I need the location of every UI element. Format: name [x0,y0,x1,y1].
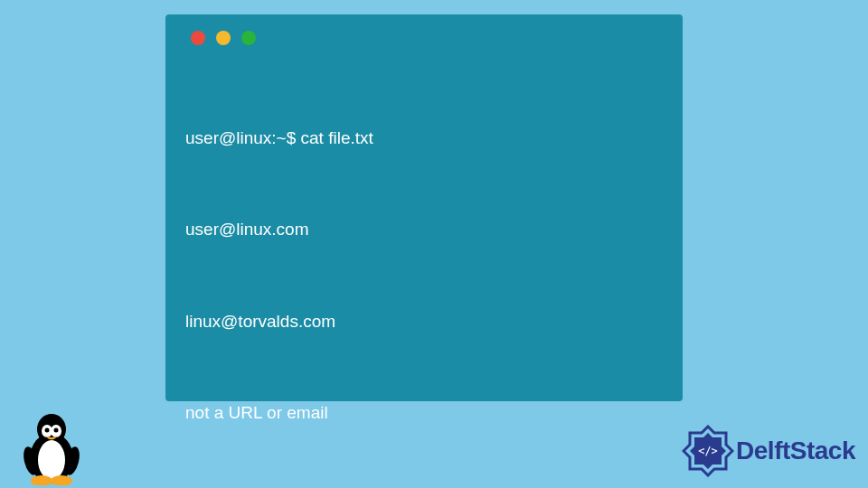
minimize-icon[interactable] [216,31,231,45]
terminal-body: user@linux:~$ cat file.txt user@linux.co… [185,61,663,488]
terminal-line: user@linux.com [185,214,663,245]
brand-logo-block: </> DelftStack [682,425,855,477]
tux-penguin-icon [20,411,83,485]
terminal-window: user@linux:~$ cat file.txt user@linux.co… [165,14,683,401]
terminal-line: linux@torvalds.com [185,306,663,337]
terminal-line: user@linux:~$ cat file.txt [185,123,663,154]
svg-point-5 [45,428,50,433]
close-icon[interactable] [191,31,205,45]
svg-text:</>: </> [698,445,718,457]
brand-name: DelftStack [736,436,855,465]
svg-point-6 [54,428,59,433]
window-titlebar [185,31,663,45]
maximize-icon[interactable] [241,31,256,45]
delftstack-logo-icon: </> [682,425,734,477]
terminal-line: not a URL or email [185,398,663,428]
svg-point-2 [38,440,65,480]
